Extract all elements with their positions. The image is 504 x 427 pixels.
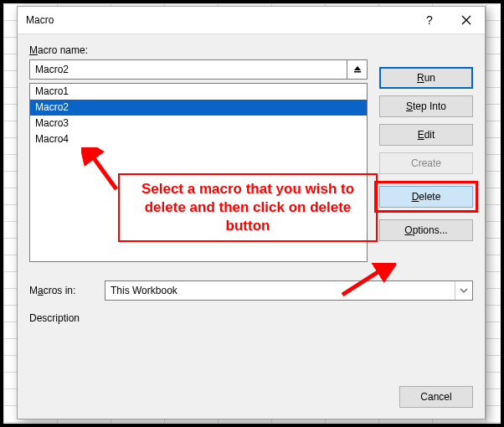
step-into-button[interactable]: Step Into <box>379 95 473 117</box>
close-button[interactable] <box>448 7 485 33</box>
macro-listbox[interactable]: Macro1Macro2Macro3Macro4 <box>29 83 368 262</box>
help-button[interactable]: ? <box>411 7 448 33</box>
macros-in-label: Macros in: <box>29 285 96 296</box>
titlebar: Macro ? <box>18 7 485 34</box>
macro-dialog: Macro ? Macro name: <box>17 6 486 419</box>
help-icon: ? <box>426 13 433 27</box>
create-button: Create <box>379 152 473 174</box>
macro-name-label: Macro name: <box>29 44 473 56</box>
cancel-button[interactable]: Cancel <box>399 386 473 408</box>
list-item[interactable]: Macro1 <box>30 84 367 100</box>
dialog-title: Macro <box>18 14 54 26</box>
delete-highlight-box: Delete <box>374 181 478 213</box>
macros-in-select[interactable] <box>105 280 473 301</box>
edit-button[interactable]: Edit <box>379 124 473 146</box>
description-label: Description <box>29 312 473 324</box>
options-button[interactable]: Options... <box>379 219 473 241</box>
close-icon <box>461 15 471 25</box>
macro-name-picker-button[interactable] <box>347 59 368 80</box>
arrow-up-bar-icon <box>352 64 363 75</box>
list-item[interactable]: Macro2 <box>30 100 367 116</box>
run-button[interactable]: Run <box>379 67 473 89</box>
svg-rect-2 <box>354 71 361 73</box>
delete-button[interactable]: Delete <box>379 186 473 208</box>
list-item[interactable]: Macro4 <box>30 131 367 147</box>
list-item[interactable]: Macro3 <box>30 116 367 131</box>
macro-name-input[interactable] <box>29 59 347 80</box>
